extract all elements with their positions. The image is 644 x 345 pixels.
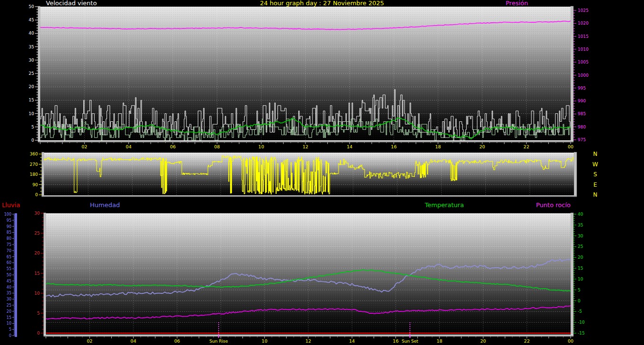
svg-text:35: 35: [578, 223, 583, 227]
svg-text:980: 980: [578, 125, 586, 129]
svg-text:50: 50: [29, 4, 35, 9]
svg-text:04: 04: [131, 338, 136, 344]
svg-text:20: 20: [479, 144, 485, 149]
svg-text:16: 16: [393, 338, 399, 344]
svg-text:15: 15: [7, 316, 11, 320]
svg-text:10: 10: [259, 144, 264, 149]
svg-text:1015: 1015: [578, 34, 589, 39]
svg-text:5: 5: [37, 311, 40, 316]
svg-text:5: 5: [31, 125, 34, 129]
svg-text:10: 10: [29, 111, 35, 116]
compass-labels: NWSEN: [592, 151, 598, 198]
svg-text:975: 975: [578, 137, 586, 142]
svg-text:0: 0: [578, 299, 581, 303]
svg-text:Sun Set: Sun Set: [402, 339, 418, 344]
weather-24h-graph-window: { "title": "24 hour graph day : 27 Novie…: [0, 0, 644, 345]
svg-text:-15: -15: [578, 331, 585, 336]
svg-text:30: 30: [29, 58, 35, 63]
svg-text:08: 08: [214, 144, 220, 149]
svg-text:22: 22: [524, 144, 529, 149]
svg-text:10: 10: [262, 338, 268, 344]
svg-text:70: 70: [7, 249, 11, 253]
svg-text:15: 15: [29, 98, 34, 102]
svg-text:5: 5: [578, 288, 581, 292]
svg-text:0: 0: [9, 334, 11, 338]
svg-text:30: 30: [7, 297, 11, 301]
svg-text:N: N: [593, 191, 598, 198]
svg-text:35: 35: [7, 291, 11, 295]
svg-text:65: 65: [7, 255, 11, 259]
svg-text:02: 02: [87, 338, 92, 344]
svg-text:06: 06: [174, 338, 180, 344]
svg-text:1020: 1020: [578, 21, 589, 26]
svg-text:40: 40: [7, 285, 11, 290]
svg-text:85: 85: [7, 230, 11, 235]
svg-text:25: 25: [29, 71, 34, 76]
svg-text:1005: 1005: [578, 60, 589, 64]
svg-text:N: N: [593, 151, 598, 157]
svg-text:15: 15: [35, 271, 40, 276]
svg-text:985: 985: [578, 111, 586, 116]
svg-text:30: 30: [35, 211, 40, 216]
svg-text:20: 20: [7, 309, 11, 314]
svg-text:-5: -5: [578, 309, 582, 314]
svg-text:04: 04: [126, 144, 132, 149]
svg-text:35: 35: [29, 45, 34, 49]
charts-canvas: 0204060810121416182022000510152025303540…: [0, 0, 644, 345]
svg-text:40: 40: [578, 212, 583, 217]
svg-text:15: 15: [578, 266, 583, 271]
svg-text:0: 0: [31, 138, 34, 143]
svg-text:270: 270: [30, 162, 38, 167]
wind-direction-chart: 090180270360: [30, 152, 577, 197]
svg-text:60: 60: [7, 261, 11, 265]
svg-text:0: 0: [37, 331, 40, 336]
svg-text:20: 20: [480, 338, 486, 344]
svg-text:W: W: [592, 161, 598, 168]
svg-text:1000: 1000: [578, 73, 589, 78]
svg-text:80: 80: [7, 236, 11, 241]
svg-text:00: 00: [568, 338, 573, 344]
svg-text:Sun Rise: Sun Rise: [209, 339, 228, 344]
rain-humidity-temp-dew-chart: 0204061012141618202200Sun RiseSun Set051…: [35, 211, 585, 344]
svg-text:50: 50: [7, 273, 11, 277]
svg-text:995: 995: [578, 86, 586, 91]
svg-text:30: 30: [578, 234, 583, 238]
svg-text:20: 20: [29, 84, 35, 89]
svg-text:12: 12: [303, 144, 308, 149]
svg-text:14: 14: [349, 338, 355, 344]
svg-text:06: 06: [170, 144, 176, 149]
svg-text:12: 12: [305, 338, 311, 344]
svg-text:0: 0: [35, 192, 38, 197]
svg-text:10: 10: [35, 291, 40, 296]
svg-text:990: 990: [578, 99, 586, 103]
svg-text:55: 55: [7, 267, 11, 271]
humidity-axis: 0510152025303540455055606570758085909510…: [4, 212, 17, 338]
svg-text:75: 75: [7, 243, 11, 247]
svg-text:45: 45: [7, 279, 11, 283]
svg-text:90: 90: [7, 225, 11, 229]
svg-text:1010: 1010: [578, 47, 589, 52]
svg-text:10: 10: [578, 277, 583, 281]
svg-text:25: 25: [7, 303, 11, 308]
svg-text:20: 20: [35, 251, 40, 255]
svg-text:5: 5: [9, 327, 11, 332]
svg-text:E: E: [593, 182, 597, 188]
svg-text:14: 14: [347, 144, 352, 149]
svg-text:22: 22: [524, 338, 530, 344]
svg-text:25: 25: [35, 231, 40, 236]
svg-text:180: 180: [30, 172, 38, 177]
wind-speed-pressure-chart: 0204060810121416182022000510152025303540…: [29, 4, 589, 149]
svg-text:1025: 1025: [578, 8, 589, 13]
svg-text:100: 100: [4, 212, 11, 217]
svg-text:360: 360: [30, 152, 38, 156]
svg-text:-10: -10: [578, 320, 585, 325]
svg-text:95: 95: [7, 218, 11, 223]
svg-text:18: 18: [435, 144, 441, 149]
svg-text:00: 00: [568, 144, 573, 149]
svg-text:02: 02: [81, 144, 87, 149]
svg-text:10: 10: [7, 321, 11, 326]
svg-text:25: 25: [578, 244, 583, 249]
svg-text:90: 90: [33, 182, 38, 187]
svg-text:45: 45: [29, 18, 34, 22]
svg-text:S: S: [593, 171, 597, 178]
